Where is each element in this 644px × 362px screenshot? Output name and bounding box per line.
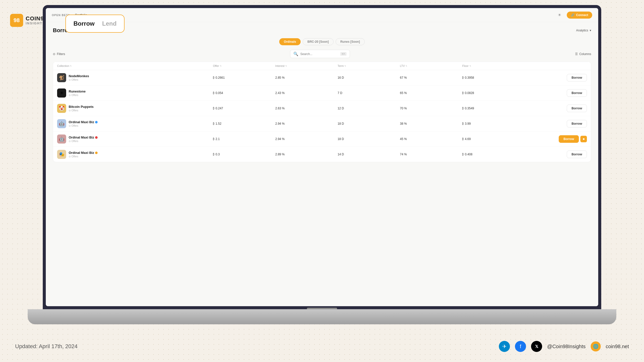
term-value: 18 D <box>338 122 400 125</box>
tab-brc20[interactable]: BRC-20 [Soon] <box>303 38 334 45</box>
columns-icon: ☰ <box>575 52 578 56</box>
table-row: ✳ Runestone ⊙ Offers ₿ 0.054 2.43 % 7 D … <box>53 85 591 101</box>
interest-value: 2.94 % <box>275 137 338 141</box>
filter-icon: ⊙ <box>53 52 55 56</box>
collection-cell: 🤖 Ordinal Maxi Biz ⊙ Offers <box>57 119 213 128</box>
term-value: 14 D <box>338 153 400 156</box>
action-cell: Borrow <box>525 120 587 127</box>
analytics-button[interactable]: Analytics ▾ <box>576 29 591 32</box>
search-input[interactable] <box>300 52 338 56</box>
floor-value: ₿ 3.99 <box>462 122 525 125</box>
offer-value: ₿ 0.247 <box>213 107 275 110</box>
chevron-down-icon: ▾ <box>590 29 591 32</box>
tab-runes[interactable]: Runes [Soon] <box>336 38 365 45</box>
interest-value: 2.94 % <box>275 122 338 125</box>
collection-name: Bitcoin Puppets <box>69 105 94 109</box>
term-value: 12 D <box>338 107 400 110</box>
collection-cell: 🤡 Bitcoin Puppets ⊙ Offers <box>57 104 213 113</box>
col-interest: Interest ⇅ <box>275 64 338 67</box>
collection-offers: ⊙ Offers <box>69 109 94 112</box>
collection-offers: ⊙ Offers <box>69 140 98 143</box>
borrow-button[interactable]: Borrow <box>567 105 587 112</box>
x-icon[interactable]: 𝕏 <box>531 341 542 352</box>
stop-icon[interactable]: ■ <box>580 136 587 142</box>
collection-name: Runestone <box>69 89 86 93</box>
floor-value: ₿ 0.3958 <box>462 76 525 79</box>
collection-avatar: ✳ <box>57 88 66 98</box>
filters-button[interactable]: ⊙ Filters <box>53 52 65 56</box>
term-value: 16 D <box>338 76 400 79</box>
ltv-value: 70 % <box>400 107 462 110</box>
offers-icon: ⊙ <box>69 94 71 97</box>
laptop-container: OPEN BETA Portfolio ☀ 🔗 Connect <box>43 5 601 324</box>
tab-bar: Ordinals BRC-20 [Soon] Runes [Soon] <box>53 38 591 45</box>
action-cell: Borrow <box>525 89 587 97</box>
collection-info: Runestone ⊙ Offers <box>69 89 86 97</box>
nav-borrow[interactable]: Borrow <box>73 20 95 27</box>
connect-button[interactable]: 🔗 Connect <box>567 12 592 19</box>
theme-toggle-icon[interactable]: ☀ <box>556 11 563 19</box>
offers-icon: ⊙ <box>69 124 71 127</box>
website-link[interactable]: coin98.net <box>606 344 629 349</box>
floor-value: ₿ 0.0828 <box>462 91 525 95</box>
nav-lend[interactable]: Lend <box>102 20 116 27</box>
ltv-value: 65 % <box>400 91 462 95</box>
columns-button[interactable]: ☰ Columns <box>575 52 591 56</box>
collection-name: NodeMonkes <box>69 74 89 78</box>
table-row: 🤡 Bitcoin Puppets ⊙ Offers ₿ 0.247 2.63 … <box>53 101 591 116</box>
borrow-button[interactable]: Borrow <box>567 120 587 127</box>
sort-icon: ⇅ <box>285 65 287 67</box>
collection-info: NodeMonkes ⊙ Offers <box>69 74 89 81</box>
offers-icon: ⊙ <box>69 140 71 143</box>
collection-offers: ⊙ Offers <box>69 78 89 81</box>
facebook-icon[interactable]: f <box>515 341 526 352</box>
collection-avatar: 🐒 <box>57 73 66 82</box>
page-content: Borrow Analytics ▾ Ordinals BRC-20 [Soon… <box>46 22 598 167</box>
collection-info: Ordinal Maxi Biz ⊙ Offers <box>69 120 98 127</box>
page-header: Borrow Analytics ▾ <box>53 27 591 34</box>
globe-icon: 🌐 <box>591 341 601 351</box>
offers-icon: ⊙ <box>69 109 71 112</box>
action-cell: Borrow <box>525 151 587 158</box>
collection-info: Ordinal Maxi Biz ⊙ Offers <box>69 135 98 143</box>
collection-cell: 🐒 NodeMonkes ⊙ Offers <box>57 73 213 82</box>
col-floor: Floor ⇅ <box>462 64 525 67</box>
col-collection: Collection ⇅ <box>57 64 213 67</box>
telegram-icon[interactable]: ✈ <box>499 341 510 352</box>
search-shortcut: ⌘K <box>340 52 347 56</box>
offers-icon: ⊙ <box>69 78 71 81</box>
collection-info: Ordinal Maxi Biz ⊙ Offers <box>69 151 98 158</box>
tab-ordinals[interactable]: Ordinals <box>279 38 301 45</box>
interest-value: 2.43 % <box>275 91 338 95</box>
app-content: OPEN BETA Portfolio ☀ 🔗 Connect <box>46 8 598 306</box>
col-action <box>525 64 587 67</box>
offer-value: ₿ 2.1 <box>213 137 275 141</box>
interest-value: 2.85 % <box>275 76 338 79</box>
collection-cell: 🎭 Ordinal Maxi Biz ⊙ Offers <box>57 150 213 159</box>
table-row: 🐒 NodeMonkes ⊙ Offers ₿ 0.2661 2.85 % 16… <box>53 70 591 85</box>
filter-bar: ⊙ Filters 🔍 ⌘K ☰ Columns <box>53 50 591 58</box>
col-offer: Offer ⇅ <box>213 64 275 67</box>
collection-avatar: 🎭 <box>57 150 66 159</box>
collection-offers: ⊙ Offers <box>69 124 98 127</box>
action-cell: Borrow ■ <box>525 135 587 143</box>
borrow-button[interactable]: Borrow <box>567 89 587 97</box>
interest-value: 2.63 % <box>275 107 338 110</box>
sort-icon: ⇅ <box>70 65 72 67</box>
ltv-value: 74 % <box>400 153 462 156</box>
collection-info: Bitcoin Puppets ⊙ Offers <box>69 105 94 112</box>
borrow-button[interactable]: Borrow <box>567 74 587 81</box>
col-ltv: LTV ⇅ <box>400 64 462 67</box>
updated-text: Updated: April 17th, 2024 <box>15 343 77 350</box>
offer-value: ₿ 0.2661 <box>213 76 275 79</box>
borrow-button[interactable]: Borrow <box>567 151 587 158</box>
ltv-value: 67 % <box>400 76 462 79</box>
collection-offers: ⊙ Offers <box>69 155 98 158</box>
collection-avatar: 🤖 <box>57 119 66 128</box>
interest-value: 2.89 % <box>275 153 338 156</box>
nav-dropdown: Borrow Lend <box>65 15 125 33</box>
social-links: ✈ f 𝕏 @Coin98Insights 🌐 coin98.net <box>499 341 629 352</box>
floor-value: ₿ 4.69 <box>462 137 525 141</box>
collection-name: Ordinal Maxi Biz <box>69 120 98 124</box>
borrow-button[interactable]: Borrow <box>559 135 579 143</box>
